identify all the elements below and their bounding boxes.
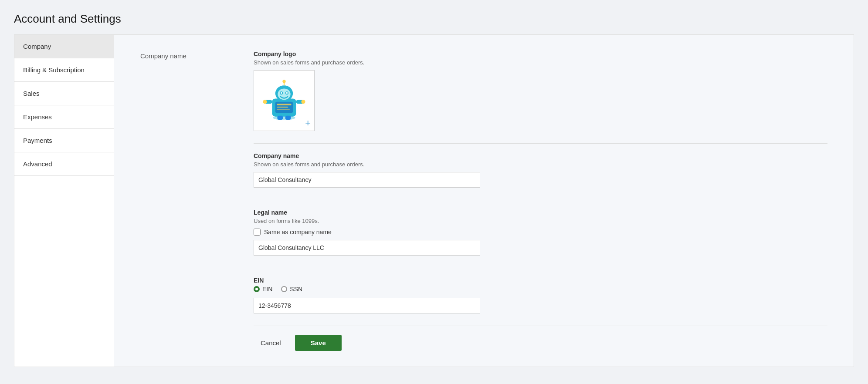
sidebar-item-company[interactable]: Company xyxy=(14,35,114,58)
section-label: Company name xyxy=(140,52,186,60)
ein-option[interactable]: EIN xyxy=(254,286,272,293)
action-buttons: Cancel Save xyxy=(254,335,827,351)
page-wrapper: Account and Settings Company Billing & S… xyxy=(0,0,868,367)
divider-4 xyxy=(254,326,827,326)
divider-3 xyxy=(254,268,827,268)
content-area: Company Billing & Subscription Sales Exp… xyxy=(14,34,854,367)
svg-point-9 xyxy=(281,92,282,94)
sidebar-item-billing[interactable]: Billing & Subscription xyxy=(14,58,114,82)
svg-point-10 xyxy=(286,92,288,94)
svg-rect-18 xyxy=(277,116,283,120)
ssn-option[interactable]: SSN xyxy=(281,286,302,293)
ein-radio-group: EIN SSN xyxy=(254,286,827,293)
same-as-company-checkbox[interactable] xyxy=(254,229,261,236)
section-label-col: Company name xyxy=(140,51,236,351)
svg-rect-19 xyxy=(285,116,291,120)
ein-option-label: EIN xyxy=(262,286,272,293)
page-title: Account and Settings xyxy=(14,12,854,26)
logo-add-icon[interactable]: + xyxy=(305,118,311,128)
svg-rect-2 xyxy=(277,104,292,105)
legal-name-input[interactable] xyxy=(254,240,480,256)
cancel-button[interactable]: Cancel xyxy=(254,336,288,350)
form-fields-col: Company logo Shown on sales forms and pu… xyxy=(254,51,827,351)
company-name-input[interactable] xyxy=(254,172,480,188)
save-button[interactable]: Save xyxy=(295,335,342,351)
logo-box[interactable]: + xyxy=(254,70,315,131)
ein-radio-selected xyxy=(254,286,260,292)
main-content: Company name Company logo Shown on sales… xyxy=(114,34,854,367)
sidebar-item-payments[interactable]: Payments xyxy=(14,129,114,152)
sidebar-item-expenses[interactable]: Expenses xyxy=(14,105,114,129)
company-name-label: Company name xyxy=(254,152,827,159)
svg-rect-3 xyxy=(277,107,288,108)
ein-label: EIN xyxy=(254,277,827,284)
ein-value-input[interactable] xyxy=(254,298,480,313)
company-logo-group: Company logo Shown on sales forms and pu… xyxy=(254,51,827,131)
legal-name-sublabel: Used on forms like 1099s. xyxy=(254,218,827,224)
sidebar-item-advanced[interactable]: Advanced xyxy=(14,152,114,176)
company-logo-sublabel: Shown on sales forms and purchase orders… xyxy=(254,59,827,66)
divider-2 xyxy=(254,200,827,200)
svg-point-15 xyxy=(263,100,267,104)
form-section: Company name Company logo Shown on sales… xyxy=(140,51,827,351)
ssn-radio-empty xyxy=(281,286,287,292)
divider-1 xyxy=(254,143,827,144)
svg-point-17 xyxy=(273,115,295,120)
sidebar-item-sales[interactable]: Sales xyxy=(14,82,114,105)
company-name-sublabel: Shown on sales forms and purchase orders… xyxy=(254,161,827,168)
same-as-company-label: Same as company name xyxy=(264,229,332,236)
svg-point-16 xyxy=(301,100,305,104)
same-as-company-row: Same as company name xyxy=(254,229,827,236)
legal-name-label: Legal name xyxy=(254,209,827,216)
svg-point-12 xyxy=(282,80,285,83)
ein-group: EIN EIN SSN xyxy=(254,277,827,313)
ssn-option-label: SSN xyxy=(290,286,302,293)
company-logo-label: Company logo xyxy=(254,51,827,57)
svg-rect-4 xyxy=(277,109,290,110)
company-name-group: Company name Shown on sales forms and pu… xyxy=(254,152,827,188)
sidebar: Company Billing & Subscription Sales Exp… xyxy=(14,34,114,367)
robot-illustration xyxy=(260,77,308,125)
legal-name-group: Legal name Used on forms like 1099s. Sam… xyxy=(254,209,827,256)
